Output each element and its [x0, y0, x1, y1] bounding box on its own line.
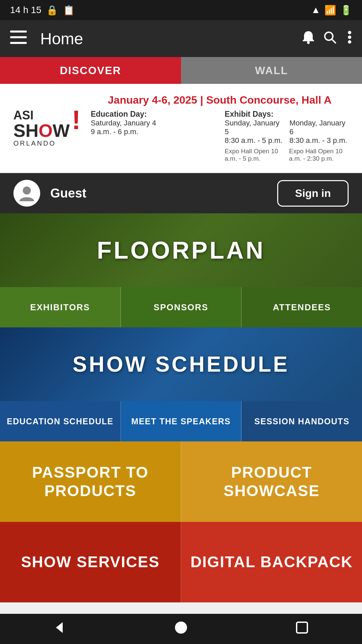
show-schedule-label: SHOW SCHEDULE	[73, 352, 290, 377]
sponsors-tile[interactable]: SPONSORS	[121, 287, 242, 327]
svg-point-9	[23, 186, 31, 195]
wifi-icon: ▲	[311, 5, 320, 15]
floorplan-label: FLOORPLAN	[97, 236, 265, 264]
home-button[interactable]	[174, 620, 188, 638]
logo: ASI SHOW ORLANDO !	[13, 109, 81, 147]
back-button[interactable]	[53, 621, 67, 637]
app-bar-title: Home	[40, 30, 294, 48]
logo-show: SHOW	[13, 121, 70, 140]
gold-tiles: PASSPORT TO PRODUCTS PRODUCT SHOWCASE	[0, 441, 362, 522]
svg-rect-1	[10, 36, 27, 38]
svg-point-11	[175, 622, 187, 634]
attendees-tile[interactable]: ATTENDEES	[242, 287, 362, 327]
svg-rect-2	[10, 42, 27, 44]
logo-orlando: ORLANDO	[13, 140, 70, 147]
banner-content: January 4-6, 2025 | South Concourse, Hal…	[91, 94, 349, 162]
hamburger-icon	[10, 31, 27, 47]
blue-tiles: EDUCATION SCHEDULE MEET THE SPEAKERS SES…	[0, 401, 362, 441]
status-left: 14 h 15 🔒 📋	[10, 5, 75, 16]
exhibitors-tile[interactable]: EXHIBITORS	[0, 287, 121, 327]
guest-name: Guest	[50, 186, 277, 201]
tab-wall[interactable]: WALL	[181, 57, 362, 84]
session-handouts-tile[interactable]: SESSION HANDOUTS	[242, 401, 362, 441]
event-banner: ASI SHOW ORLANDO ! January 4-6, 2025 | S…	[0, 84, 362, 173]
bell-icon	[301, 30, 316, 48]
banner-date: January 4-6, 2025 | South Concourse, Hal…	[91, 94, 349, 106]
recent-icon	[295, 622, 309, 637]
svg-point-8	[348, 40, 351, 44]
tab-discover[interactable]: DISCOVER	[0, 57, 181, 84]
status-time: 14 h 15	[10, 5, 41, 15]
guest-bar: Guest Sign in	[0, 173, 362, 213]
svg-rect-12	[297, 622, 307, 633]
signin-button[interactable]: Sign in	[277, 180, 349, 207]
floorplan-tile[interactable]: FLOORPLAN	[0, 213, 362, 287]
app-bar-icons	[322, 30, 352, 48]
show-services-tile[interactable]: SHOW SERVICES	[0, 522, 181, 602]
show-schedule-tile[interactable]: SHOW SCHEDULE	[0, 327, 362, 401]
education-schedule-tile[interactable]: EDUCATION SCHEDULE	[0, 401, 121, 441]
signal-icon: 📶	[324, 5, 336, 16]
status-right: ▲ 📶 🔋	[311, 5, 352, 16]
red-tiles: SHOW SERVICES DIGITAL BACKPACK	[0, 522, 362, 602]
back-icon	[53, 622, 67, 637]
search-button[interactable]	[322, 30, 337, 48]
digital-backpack-tile[interactable]: DIGITAL BACKPACK	[181, 522, 362, 602]
bottom-nav	[0, 614, 362, 644]
menu-button[interactable]	[10, 31, 27, 47]
lock-icon: 🔒	[46, 5, 58, 16]
product-showcase-tile[interactable]: PRODUCT SHOWCASE	[181, 441, 362, 522]
home-icon	[174, 623, 188, 638]
logo-asi: ASI	[13, 109, 70, 121]
svg-point-6	[348, 31, 351, 34]
meet-speakers-tile[interactable]: MEET THE SPEAKERS	[121, 401, 242, 441]
svg-rect-0	[10, 31, 27, 33]
battery-icon: 🔋	[340, 5, 352, 16]
search-icon	[322, 30, 337, 48]
svg-point-3	[307, 41, 310, 44]
guest-avatar	[13, 180, 40, 207]
svg-point-7	[348, 36, 351, 39]
sim-icon: 📋	[63, 5, 75, 16]
banner-details: Education Day: Saturday, January 4 9 a.m…	[91, 110, 349, 162]
more-button[interactable]	[347, 30, 352, 48]
education-day-col: Education Day: Saturday, January 4 9 a.m…	[91, 110, 215, 162]
svg-marker-10	[56, 622, 63, 633]
app-bar: Home	[0, 20, 362, 57]
bell-button[interactable]	[301, 30, 316, 48]
tab-bar: DISCOVER WALL	[0, 57, 362, 84]
green-tiles: EXHIBITORS SPONSORS ATTENDEES	[0, 287, 362, 327]
recent-button[interactable]	[295, 621, 309, 637]
svg-point-4	[325, 32, 333, 40]
more-icon	[347, 30, 352, 48]
exhibit-days-col: Exhibit Days: Sunday, January 5 8:30 a.m…	[225, 110, 349, 162]
svg-line-5	[332, 39, 336, 43]
passport-products-tile[interactable]: PASSPORT TO PRODUCTS	[0, 441, 181, 522]
status-bar: 14 h 15 🔒 📋 ▲ 📶 🔋	[0, 0, 362, 20]
logo-exclamation: !	[72, 109, 81, 131]
